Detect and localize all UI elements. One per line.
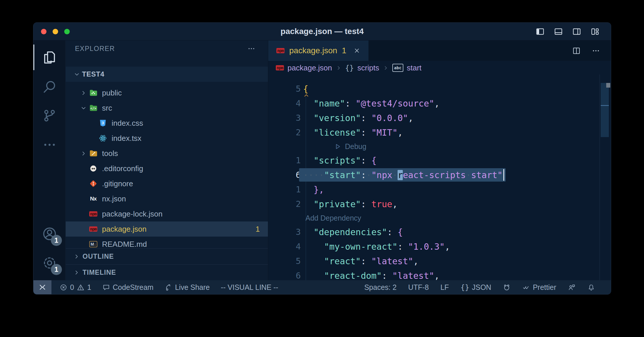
status-vim-mode[interactable]: -- VISUAL LINE -- <box>221 283 278 292</box>
token: · <box>392 170 398 180</box>
layout-customize-icon[interactable] <box>590 27 600 36</box>
tree-item-test4[interactable]: TEST4 <box>66 67 268 82</box>
explorer-more-actions-icon[interactable] <box>247 44 256 53</box>
tree-item--gitignore[interactable]: .gitignore <box>66 176 268 191</box>
sidebar-section-outline[interactable]: OUTLINE <box>66 248 268 264</box>
breadcrumb-label: start <box>407 63 422 72</box>
tree-item-readme-md[interactable]: M↓README.md <box>66 237 268 248</box>
code-line[interactable]: 1"scripts": { <box>268 153 611 168</box>
minimize-window-button[interactable] <box>53 29 58 34</box>
svg-text:</>: </> <box>90 106 96 110</box>
code-line[interactable]: 2"license": "MIT", <box>268 125 611 140</box>
activity-bar-accounts-button[interactable]: 1 <box>33 219 65 248</box>
code-line[interactable]: 5{ <box>268 81 611 96</box>
status-eol[interactable]: LF <box>440 283 449 292</box>
status-encoding[interactable]: UTF-8 <box>408 283 429 292</box>
code-line[interactable]: 3"dependencies": { <box>268 225 611 239</box>
status-notifications[interactable] <box>587 283 595 291</box>
line-number: 6 <box>268 170 301 180</box>
git-icon <box>89 179 98 188</box>
status-indentation[interactable]: Spaces: 2 <box>364 283 396 292</box>
section-label: OUTLINE <box>83 253 114 260</box>
chevron-right-icon <box>336 65 341 71</box>
line-number: 2 <box>268 127 301 137</box>
token: , <box>434 271 439 281</box>
code-line[interactable]: 4"my-own-react": "1.0.3", <box>268 239 611 254</box>
token: : <box>361 113 371 123</box>
status-text: LF <box>440 283 449 292</box>
code-line[interactable]: 6"react-dom": "latest", <box>268 268 611 280</box>
tree-item-nx-json[interactable]: Nxnx.json <box>66 191 268 206</box>
activity-bar-settings-button[interactable]: 1 <box>33 248 65 277</box>
window-title: package.json — test4 <box>33 27 611 36</box>
tree-item-src[interactable]: </>src <box>66 100 268 116</box>
status-language-mode[interactable]: {}JSON <box>461 283 491 292</box>
code-line[interactable]: 3"version": "0.0.0", <box>268 111 611 125</box>
share-icon <box>164 283 172 291</box>
code-editor[interactable]: 5{4"name": "@test4/source",3"version": "… <box>268 75 611 280</box>
chevron-down-icon <box>71 71 82 77</box>
add-dependency-lens[interactable]: Add Dependency <box>268 211 611 225</box>
status-octoface[interactable] <box>503 283 511 291</box>
chevron-right-icon <box>78 150 89 157</box>
npm-icon: npm <box>89 224 98 234</box>
layout-sidebar-right-icon[interactable] <box>572 27 582 36</box>
token: : <box>345 98 355 109</box>
layout-sidebar-left-icon[interactable] <box>535 27 545 36</box>
breadcrumb-package-json[interactable]: npmpackage.json <box>276 63 332 72</box>
activity-bar-more-views-button[interactable] <box>33 130 65 159</box>
status-text: JSON <box>472 283 491 292</box>
code-line[interactable]: 1}, <box>268 182 611 197</box>
code-line[interactable]: 4"name": "@test4/source", <box>268 96 611 111</box>
tree-item-label: src <box>102 104 112 113</box>
sidebar-section-timeline[interactable]: TIMELINE <box>66 264 268 280</box>
maximize-window-button[interactable] <box>64 29 70 34</box>
status-codestream[interactable]: CodeStream <box>102 283 153 292</box>
code-line[interactable]: 2"private": true, <box>268 197 611 211</box>
debug-lens[interactable]: Debug <box>268 140 611 153</box>
traffic-lights <box>41 23 70 40</box>
tree-item--editorconfig[interactable]: .editorconfig <box>66 161 268 176</box>
tree-item-package-json[interactable]: npmpackage.json1 <box>66 221 268 237</box>
breadcrumb-label: scripts <box>357 63 379 72</box>
tree-item-label: tools <box>102 149 118 158</box>
token: "react" <box>324 256 361 266</box>
activity-bar-explorer-button[interactable] <box>33 43 65 72</box>
status-feedback[interactable] <box>568 283 576 291</box>
token: : <box>361 127 371 138</box>
breadcrumbs: npmpackage.json{}scriptsabcstart <box>268 61 611 75</box>
code-line[interactable]: 6····"start":·"npx·react-scripts·start" <box>268 168 611 182</box>
tree-item-public[interactable]: public <box>66 85 268 100</box>
breadcrumb-scripts[interactable]: {}scripts <box>345 63 379 72</box>
layout-controls <box>535 23 600 40</box>
editorconfig-icon <box>89 164 98 173</box>
status-prettier[interactable]: Prettier <box>522 283 556 292</box>
token: "MIT" <box>371 127 398 138</box>
split-editor-button[interactable] <box>572 46 581 55</box>
line-number: 1 <box>268 155 301 165</box>
status-text: Live Share <box>175 283 210 292</box>
status-problems[interactable]: 01 <box>60 283 91 292</box>
breadcrumb-start[interactable]: abcstart <box>392 63 422 72</box>
token: "version" <box>314 113 361 123</box>
tree-item-index-tsx[interactable]: index.tsx <box>66 131 268 146</box>
token: "license" <box>314 127 361 138</box>
tree-item-package-lock-json[interactable]: npmpackage-lock.json <box>66 206 268 221</box>
layout-panel-icon[interactable] <box>554 27 563 36</box>
editor-more-actions-button[interactable] <box>591 46 600 55</box>
activity-bar-source-control-button[interactable] <box>33 101 65 130</box>
code-line[interactable]: 5"react": "latest", <box>268 254 611 268</box>
tree-item-tools[interactable]: tools <box>66 146 268 161</box>
tab-package-json[interactable]: npm package.json 1 <box>268 40 368 61</box>
scrollbar-thumb[interactable] <box>601 83 609 137</box>
remote-indicator-button[interactable] <box>33 280 51 294</box>
tab-close-button[interactable] <box>353 47 360 54</box>
tab-label: package.json <box>289 46 337 55</box>
close-window-button[interactable] <box>41 29 46 34</box>
tree-item-index-css[interactable]: 3index.css <box>66 116 268 131</box>
npm-icon: npm <box>89 209 98 219</box>
status-live-share[interactable]: Live Share <box>164 283 210 292</box>
editor-scrollbar[interactable] <box>600 75 611 280</box>
visual-line-selection: ····"start":·"npx·react-scripts·start" <box>299 168 506 182</box>
activity-bar-search-button[interactable] <box>33 72 65 101</box>
